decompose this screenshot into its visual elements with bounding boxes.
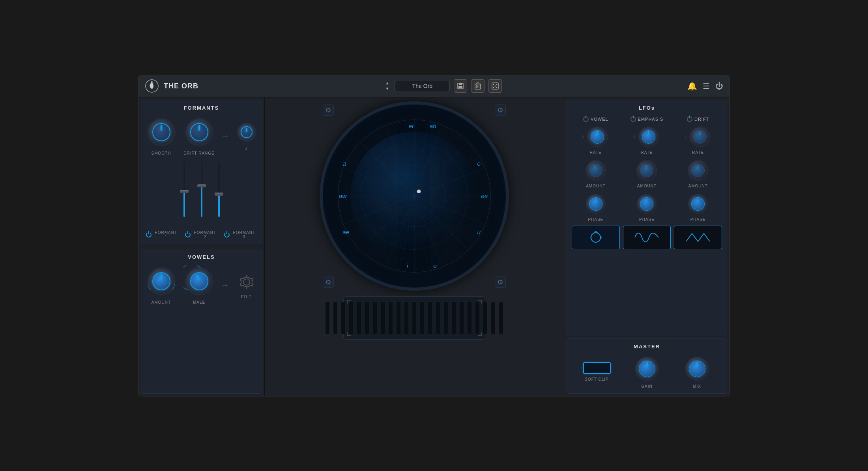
lfo-amount-row: AMOUNT AMO (572, 159, 722, 188)
edit-button[interactable] (236, 271, 258, 293)
lfo-drift-header: DRIFT (674, 116, 722, 122)
master-section: MASTER SOFT CLIP (567, 338, 727, 394)
preset-nav[interactable]: ▲ ▼ (384, 81, 391, 91)
formant1-power-icon (146, 232, 152, 237)
save-button[interactable] (454, 79, 467, 93)
formants-section: FORMANTS (141, 100, 262, 244)
lfo-drift-power[interactable] (687, 116, 692, 122)
pm-knob-container: ± (236, 121, 258, 151)
master-mix-label: MIX (693, 384, 701, 389)
lfo-vowel-phase-label: PHASE (588, 217, 603, 222)
drift-range-label: DRIFT RANGE (183, 151, 215, 155)
speaker-grille (343, 296, 485, 340)
svg-text:ah: ah (430, 122, 436, 129)
lfo-drift-amount-container: AMOUNT (674, 159, 722, 188)
formant2-power-icon (185, 232, 191, 237)
master-mix-container: MIX (683, 355, 711, 389)
gear-icon (238, 273, 255, 291)
lfo-vowel-amount-knob[interactable] (584, 159, 608, 182)
lfo-drift-phase-knob[interactable] (686, 192, 710, 216)
lfo-drift-waveform[interactable] (674, 226, 722, 249)
vowels-amount-knob[interactable] (146, 265, 177, 299)
menu-button[interactable]: ☰ (703, 81, 710, 91)
smooth-knob[interactable] (146, 116, 177, 150)
delete-button[interactable] (471, 79, 485, 93)
orb-ring[interactable]: er ah e ee u o i ae aw a (320, 101, 509, 291)
lfo-drift-rate-knob[interactable] (688, 125, 712, 149)
lfo-emphasis-amount-knob[interactable] (635, 159, 658, 182)
svg-point-15 (496, 84, 498, 85)
lfo-vowel-amount-label: AMOUNT (586, 184, 605, 188)
lfo-vowel-waveform[interactable] (572, 226, 620, 249)
power-button[interactable]: ⏻ (715, 82, 723, 91)
formant2-label: FORMANT 2 (193, 230, 218, 239)
randomize-button[interactable] (488, 79, 502, 93)
preset-name[interactable]: The Orb (395, 81, 450, 91)
lfo-vowel-phase-knob[interactable] (584, 192, 608, 216)
formant1-slider[interactable] (183, 162, 185, 217)
male-knob-container: MALE (183, 265, 215, 305)
master-gain-label: GAIN (641, 384, 652, 389)
svg-rect-7 (477, 83, 479, 84)
center-panel: er ah e ee u o i ae aw a (265, 97, 564, 396)
lfo-waveform-row (572, 226, 722, 249)
svg-point-1 (151, 81, 153, 83)
formant2-slider[interactable] (201, 162, 202, 217)
male-knob[interactable] (183, 265, 215, 299)
lfo-vowel-rate-container: ♩ (572, 125, 620, 155)
lfo-emphasis-phase-container: PHASE (623, 192, 671, 222)
svg-text:ae: ae (342, 228, 350, 235)
right-panel: LFOs VOWEL EMPHASIS DRIFT (564, 97, 730, 396)
lfo-emphasis-header: EMPHASIS (623, 116, 671, 122)
lfo-drift-rate-container: ♩ (674, 125, 722, 155)
drift-range-knob-container: DRIFT RANGE (183, 116, 215, 155)
header-center: ▲ ▼ The Orb (384, 79, 502, 93)
lfo-emphasis-waveform[interactable] (623, 226, 671, 249)
lfo-vowel-rate-knob[interactable] (586, 125, 609, 149)
formant3-slider[interactable] (218, 162, 220, 217)
lfo-rate-row: ♩ (572, 125, 722, 155)
svg-rect-3 (459, 83, 462, 85)
lfo-vowel-header: VOWEL (572, 116, 620, 122)
orb-display[interactable]: er ah e ee u o i ae aw a (320, 101, 509, 291)
plugin-title: THE ORB (164, 82, 198, 90)
preset-down-button[interactable]: ▼ (384, 86, 391, 91)
dice-icon (492, 82, 499, 90)
lfo-emphasis-phase-knob[interactable] (635, 192, 658, 216)
svg-point-16 (493, 87, 494, 88)
lfo-emphasis-power[interactable] (630, 116, 636, 122)
lfo-emphasis-rate-container: ♩ (623, 125, 671, 155)
master-gain-knob[interactable] (633, 355, 661, 383)
header-left: THE ORB (145, 79, 198, 93)
formant3-button[interactable]: FORMANT 3 (224, 230, 257, 239)
notifications-button[interactable]: 🔔 (687, 81, 697, 91)
lfo-emphasis-rate-label: RATE (641, 150, 653, 155)
pm-knob[interactable] (236, 121, 258, 145)
formant2-button[interactable]: FORMANT 2 (185, 230, 218, 239)
left-panel: FORMANTS (138, 97, 265, 396)
lfo-emphasis-rate-knob[interactable] (637, 125, 660, 149)
drift-range-knob[interactable] (183, 116, 215, 150)
lfo-vowel-power[interactable] (583, 116, 589, 122)
grille-bars (326, 302, 503, 334)
smooth-knob-container: SMOOTH (146, 116, 177, 155)
lfo-vowel-phase-container: PHASE (572, 192, 620, 222)
trash-icon (475, 82, 481, 90)
master-gain-container: GAIN (633, 355, 661, 389)
lfo-drift-phase-label: PHASE (690, 217, 706, 222)
lfo-drift-amount-knob[interactable] (686, 159, 710, 182)
lfo-emphasis-amount-label: AMOUNT (637, 184, 657, 188)
master-mix-knob[interactable] (683, 355, 711, 383)
formant1-button[interactable]: FORMANT 1 (146, 230, 179, 239)
lfo-drift-label: DRIFT (694, 117, 709, 121)
vowels-title: VOWELS (146, 254, 257, 260)
soft-clip-button[interactable] (583, 362, 611, 374)
svg-point-14 (496, 87, 498, 88)
vowels-controls: AMOUNT (146, 265, 257, 305)
sliders-row (146, 162, 257, 225)
save-icon (457, 82, 464, 90)
preset-up-button[interactable]: ▲ (384, 81, 391, 86)
vowels-amount-label: AMOUNT (152, 300, 171, 305)
lfo-phase-row: PHASE PHASE (572, 192, 722, 222)
formant2-slider-container (201, 162, 202, 225)
